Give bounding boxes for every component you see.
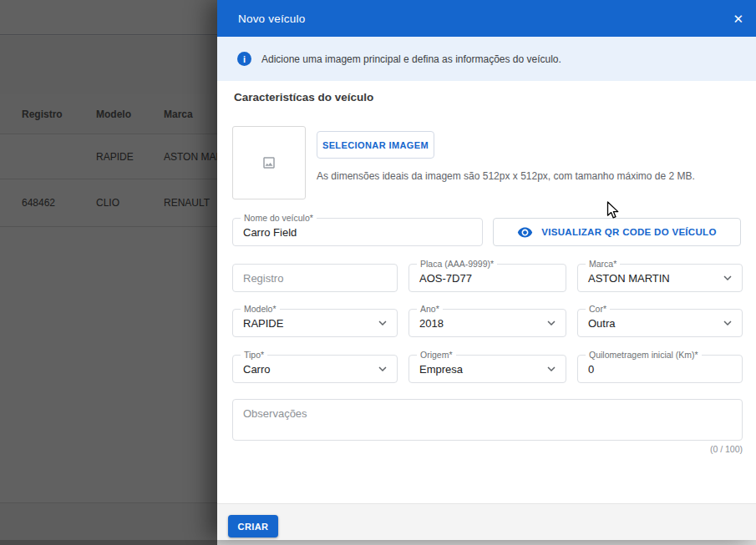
horizontal-scrollbar[interactable] — [0, 540, 756, 545]
chevron-down-icon — [544, 361, 559, 376]
marca-select[interactable]: Marca* ASTON MARTIN — [577, 264, 743, 292]
modal-footer: CRIAR — [217, 503, 756, 540]
chevron-down-icon — [375, 361, 390, 376]
tipo-select[interactable]: Tipo* Carro — [232, 355, 398, 383]
placa-input[interactable] — [419, 265, 556, 291]
modal-title: Novo veículo — [238, 13, 305, 25]
ano-label: Ano* — [417, 304, 443, 315]
create-button[interactable]: CRIAR — [228, 515, 278, 537]
registro-input[interactable] — [243, 265, 387, 291]
image-upload-placeholder[interactable] — [232, 126, 306, 199]
eye-icon — [517, 225, 533, 240]
modal-header: Novo veículo ✕ — [217, 0, 756, 37]
info-banner-text: Adicione uma imagem principal e defina a… — [261, 53, 561, 65]
vehicle-name-field[interactable]: Nome do veículo* — [232, 218, 483, 246]
origem-select[interactable]: Origem* Empresa — [408, 355, 566, 383]
modelo-label: Modelo* — [241, 304, 280, 315]
marca-value: ASTON MARTIN — [588, 272, 670, 285]
cor-value: Outra — [588, 317, 616, 330]
placa-field[interactable]: Placa (AAA-9999)* — [408, 264, 566, 292]
ano-value: 2018 — [419, 317, 444, 330]
scrollbar-thumb[interactable] — [0, 540, 217, 545]
view-qr-code-button[interactable]: VISUALIZAR QR CODE DO VEÍCULO — [493, 218, 741, 246]
select-image-button[interactable]: SELECIONAR IMAGEM — [317, 131, 434, 159]
chevron-down-icon — [720, 315, 735, 331]
view-qr-code-label: VISUALIZAR QR CODE DO VEÍCULO — [541, 227, 716, 237]
observacoes-textarea[interactable] — [232, 399, 743, 441]
modal-content: Caracteristícas do veículo SELECIONAR IM… — [217, 81, 756, 503]
registro-field[interactable] — [232, 264, 398, 292]
image-dimensions-hint: As dimensões ideais da imagem são 512px … — [317, 170, 695, 182]
tipo-value: Carro — [243, 363, 271, 376]
cor-label: Cor* — [586, 304, 610, 315]
origem-value: Empresa — [419, 363, 463, 376]
info-banner: i Adicione uma imagem principal e defina… — [217, 37, 756, 81]
screen: Registro Modelo Marca RAPIDE ASTON MARTI… — [0, 0, 756, 545]
tipo-label: Tipo* — [241, 350, 267, 361]
chevron-down-icon — [375, 315, 390, 331]
origem-label: Origem* — [417, 350, 456, 361]
chevron-down-icon — [720, 270, 735, 285]
marca-label: Marca* — [586, 259, 620, 270]
info-icon: i — [237, 52, 251, 66]
quilometragem-field[interactable]: Quilometragem inicial (Km)* — [577, 355, 743, 383]
modelo-select[interactable]: Modelo* RAPIDE — [232, 309, 398, 337]
section-title: Caracteristícas do veículo — [234, 91, 373, 103]
vehicle-name-input[interactable] — [243, 219, 472, 245]
image-icon — [261, 155, 277, 170]
cor-select[interactable]: Cor* Outra — [577, 309, 743, 337]
modelo-value: RAPIDE — [243, 317, 283, 330]
ano-select[interactable]: Ano* 2018 — [408, 309, 566, 337]
quilometragem-input[interactable] — [588, 356, 732, 382]
new-vehicle-modal: Novo veículo ✕ i Adicione uma imagem pri… — [217, 0, 756, 540]
scrollbar-track — [217, 540, 756, 545]
character-counter: (0 / 100) — [710, 444, 743, 454]
chevron-down-icon — [544, 315, 559, 331]
close-icon[interactable]: ✕ — [733, 13, 743, 25]
